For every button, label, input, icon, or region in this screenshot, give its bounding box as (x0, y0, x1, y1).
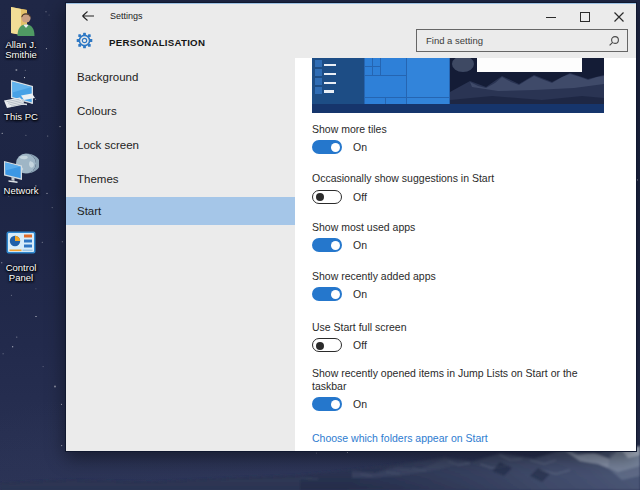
sidebar-item-start[interactable]: Start (66, 197, 295, 225)
setting-suggestions: Occasionally show suggestions in Start O… (312, 172, 598, 204)
desktop-icon-label-line: Smithie (0, 50, 49, 60)
desktop-icon-label: This PC (0, 112, 49, 122)
desktop-icon-label: Control Panel (0, 263, 49, 282)
sidebar-item-colours[interactable]: Colours (66, 97, 295, 125)
setting-label: Show most used apps (312, 221, 598, 234)
setting-label: Show recently added apps (312, 270, 598, 283)
setting-label: Occasionally show suggestions in Start (312, 172, 598, 185)
desktop-icon-label: Network (0, 186, 49, 196)
toggle-knob (331, 143, 340, 152)
desktop-icon-this-pc[interactable]: This PC (0, 79, 49, 122)
back-arrow-icon[interactable] (81, 10, 95, 22)
setting-label: Use Start full screen (312, 321, 598, 334)
sidebar-item-label: Start (77, 205, 101, 217)
titlebar[interactable]: Settings (66, 4, 636, 30)
setting-recently-added: Show recently added apps On (312, 270, 598, 302)
desktop-icon-label-line: This PC (0, 112, 49, 122)
setting-full-screen: Use Start full screen Off (312, 321, 598, 353)
desktop-icon-label-line: Network (0, 186, 49, 196)
desktop-icon-network[interactable]: Network (0, 151, 49, 196)
toggle-show-more-tiles[interactable] (312, 140, 342, 154)
sidebar-item-label: Lock screen (77, 139, 139, 151)
desktop-icon-control-panel[interactable]: Control Panel (0, 231, 49, 282)
control-panel-icon (6, 231, 36, 254)
preview-rail-label (324, 82, 336, 85)
start-preview-image (312, 58, 604, 113)
preview-taskbar (312, 104, 604, 113)
desktop-icon-label-line: Panel (0, 273, 49, 283)
settings-window: Settings (65, 2, 637, 452)
search-box[interactable] (416, 29, 628, 52)
sidebar-item-label: Background (77, 71, 138, 83)
window-controls (534, 4, 636, 31)
toggle-jump-lists[interactable] (312, 397, 342, 411)
toggle-knob (331, 290, 340, 299)
toggle-row: On (312, 287, 598, 301)
toggle-knob (316, 193, 324, 201)
setting-show-more-tiles: Show more tiles On (312, 123, 598, 155)
gear-icon (76, 32, 93, 49)
choose-folders-link[interactable]: Choose which folders appear on Start (312, 432, 488, 444)
toggle-most-used[interactable] (312, 238, 342, 252)
sidebar-item-label: Themes (77, 173, 119, 185)
toggle-row: Off (312, 190, 598, 204)
sidebar-item-label: Colours (77, 105, 117, 117)
sidebar-item-lock-screen[interactable]: Lock screen (66, 131, 295, 159)
preview-rail-label (324, 90, 334, 93)
preview-rail-label (324, 73, 336, 76)
toggle-state: On (353, 398, 367, 410)
preview-desktop-window (477, 58, 582, 72)
toggle-state: Off (353, 191, 367, 203)
minimize-icon (546, 17, 556, 18)
preview-rail-icon (315, 60, 322, 67)
toggle-row: On (312, 238, 598, 252)
toggle-knob (316, 342, 324, 350)
preview-rail-icon (315, 87, 322, 94)
close-icon (613, 11, 625, 23)
user-folder-icon (5, 5, 37, 38)
minimize-button[interactable] (534, 4, 568, 31)
preview-rail-icon (315, 78, 322, 85)
network-icon (3, 151, 39, 186)
preview-rail-label (324, 64, 336, 67)
desktop-icon-user-folder[interactable]: Allan J. Smithie (0, 5, 49, 59)
toggle-state: On (353, 288, 367, 300)
toggle-suggestions[interactable] (312, 190, 342, 204)
search-input[interactable] (417, 35, 608, 46)
toggle-row: On (312, 397, 584, 411)
toggle-knob (331, 241, 340, 250)
toggle-recently-added[interactable] (312, 287, 342, 301)
maximize-button[interactable] (568, 4, 602, 31)
page-title: PERSONALISATION (109, 37, 205, 48)
setting-label: Show more tiles (312, 123, 598, 136)
preview-rail-icon (315, 69, 322, 76)
toggle-full-screen[interactable] (312, 338, 342, 352)
search-icon[interactable] (608, 35, 620, 47)
preview-tile-area (364, 58, 450, 104)
toggle-knob (331, 400, 340, 409)
window-title: Settings (110, 11, 143, 21)
setting-most-used: Show most used apps On (312, 221, 598, 253)
toggle-row: On (312, 140, 598, 154)
desktop-icon-label: Allan J. Smithie (0, 40, 49, 59)
maximize-icon (580, 12, 590, 22)
toggle-row: Off (312, 338, 598, 352)
desktop: Allan J. Smithie This PC (0, 0, 640, 490)
toggle-state: On (353, 239, 367, 251)
this-pc-icon (3, 79, 39, 112)
close-button[interactable] (602, 4, 636, 31)
setting-label: Show recently opened items in Jump Lists… (312, 367, 584, 392)
sidebar-item-background[interactable]: Background (66, 63, 295, 91)
sidebar-item-themes[interactable]: Themes (66, 165, 295, 193)
toggle-state: Off (353, 339, 367, 351)
setting-jump-lists: Show recently opened items in Jump Lists… (312, 367, 584, 411)
toggle-state: On (353, 141, 367, 153)
